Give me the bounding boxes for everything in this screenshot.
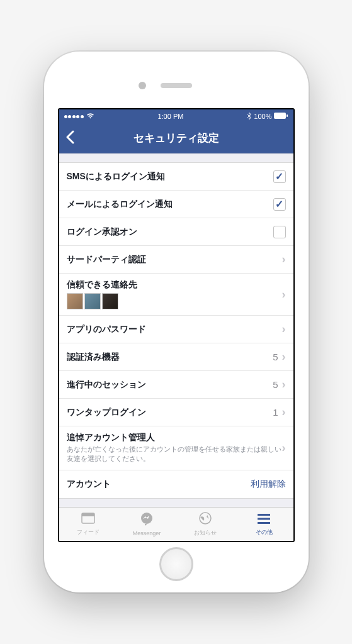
screen: 1:00 PM 100% セキュリティ設定 SMSによるログイン通知: [58, 108, 295, 542]
svg-rect-1: [287, 114, 288, 117]
tab-notifications[interactable]: お知らせ: [176, 508, 235, 541]
tab-messenger[interactable]: Messenger: [118, 508, 176, 541]
battery-percent: 100%: [254, 113, 271, 120]
tab-bar: フィード Messenger お知らせ その他: [59, 507, 293, 541]
svg-rect-3: [82, 513, 94, 516]
avatar: [84, 293, 101, 309]
row-recognized-devices[interactable]: 認証済み機器 5 ›: [59, 343, 293, 371]
settings-list: SMSによるログイン通知 ✓ メールによるログイン通知 ✓ ログイン承認オン サ…: [59, 162, 293, 499]
chevron-right-icon: ›: [282, 378, 286, 391]
avatar: [67, 293, 83, 309]
globe-icon: [199, 512, 212, 528]
checkbox-unchecked-icon[interactable]: [273, 226, 286, 238]
status-bar: 1:00 PM 100%: [59, 109, 293, 123]
row-account[interactable]: アカウント 利用解除: [59, 470, 293, 498]
row-label: アプリのパスワード: [67, 324, 282, 335]
status-time: 1:00 PM: [157, 113, 183, 120]
row-label: メールによるログイン通知: [67, 199, 273, 210]
tab-label: Messenger: [133, 530, 161, 536]
row-legacy-contact[interactable]: 追悼アカウント管理人 あなたが亡くなった後にアカウントの管理を任せる家族または親…: [59, 426, 293, 470]
wifi-icon: [86, 113, 94, 120]
messenger-icon: [140, 512, 154, 529]
tab-label: その他: [256, 528, 273, 536]
row-label: SMSによるログイン通知: [67, 171, 273, 182]
row-count: 5: [273, 352, 278, 362]
tab-label: お知らせ: [194, 529, 217, 537]
checkbox-checked-icon[interactable]: ✓: [273, 170, 286, 183]
content-scroll[interactable]: SMSによるログイン通知 ✓ メールによるログイン通知 ✓ ログイン承認オン サ…: [59, 153, 293, 507]
row-login-approval[interactable]: ログイン承認オン: [59, 218, 293, 246]
bluetooth-icon: [247, 113, 251, 121]
feed-icon: [81, 513, 95, 527]
svg-point-4: [141, 513, 152, 524]
row-count: 5: [273, 379, 278, 390]
chevron-right-icon: ›: [282, 288, 286, 301]
checkbox-checked-icon[interactable]: ✓: [273, 198, 286, 211]
tab-label: フィード: [77, 528, 99, 536]
svg-rect-7: [258, 518, 270, 519]
row-trusted-contacts[interactable]: 信頼できる連絡先 ›: [59, 274, 293, 316]
row-subtitle: あなたが亡くなった後にアカウントの管理を任せる家族または親しい友達を選択してくだ…: [67, 445, 282, 464]
row-label: 追悼アカウント管理人: [67, 432, 282, 443]
phone-frame: 1:00 PM 100% セキュリティ設定 SMSによるログイン通知: [44, 52, 309, 592]
hamburger-icon: [258, 513, 270, 527]
page-title: セキュリティ設定: [59, 131, 293, 145]
svg-rect-6: [258, 514, 270, 516]
trusted-contacts-avatars: [67, 293, 282, 309]
battery-icon: [274, 113, 288, 120]
row-label: ログイン承認オン: [67, 226, 273, 238]
svg-rect-0: [274, 113, 286, 119]
chevron-right-icon: ›: [282, 323, 286, 336]
row-label: 認証済み機器: [67, 352, 273, 363]
row-app-passwords[interactable]: アプリのパスワード ›: [59, 316, 293, 343]
row-count: 1: [273, 407, 278, 418]
row-label: アカウント: [67, 479, 251, 490]
row-label: サードパーティ認証: [67, 254, 282, 265]
row-email-login-notify[interactable]: メールによるログイン通知 ✓: [59, 191, 293, 218]
back-button[interactable]: [65, 130, 74, 147]
row-label: 進行中のセッション: [67, 379, 273, 391]
status-right: 100%: [247, 113, 288, 121]
avatar: [102, 293, 118, 309]
chevron-right-icon: ›: [282, 253, 286, 266]
status-left: [64, 113, 94, 120]
phone-camera: [139, 82, 146, 89]
svg-rect-8: [258, 522, 270, 524]
row-one-tap-login[interactable]: ワンタップログイン 1 ›: [59, 399, 293, 426]
row-active-sessions[interactable]: 進行中のセッション 5 ›: [59, 371, 293, 399]
chevron-right-icon: ›: [282, 406, 286, 419]
row-label: ワンタップログイン: [67, 407, 273, 418]
signal-icon: [64, 115, 84, 118]
row-third-party-auth[interactable]: サードパーティ認証 ›: [59, 246, 293, 274]
row-sms-login-notify[interactable]: SMSによるログイン通知 ✓: [59, 163, 293, 191]
home-button[interactable]: [159, 547, 193, 581]
phone-speaker: [161, 83, 192, 88]
chevron-right-icon: ›: [282, 441, 286, 455]
tab-feed[interactable]: フィード: [59, 508, 118, 541]
tab-more[interactable]: その他: [235, 508, 293, 541]
deactivate-link[interactable]: 利用解除: [251, 479, 286, 490]
navbar: セキュリティ設定: [59, 123, 293, 153]
row-label: 信頼できる連絡先: [67, 279, 282, 291]
chevron-right-icon: ›: [282, 350, 286, 364]
